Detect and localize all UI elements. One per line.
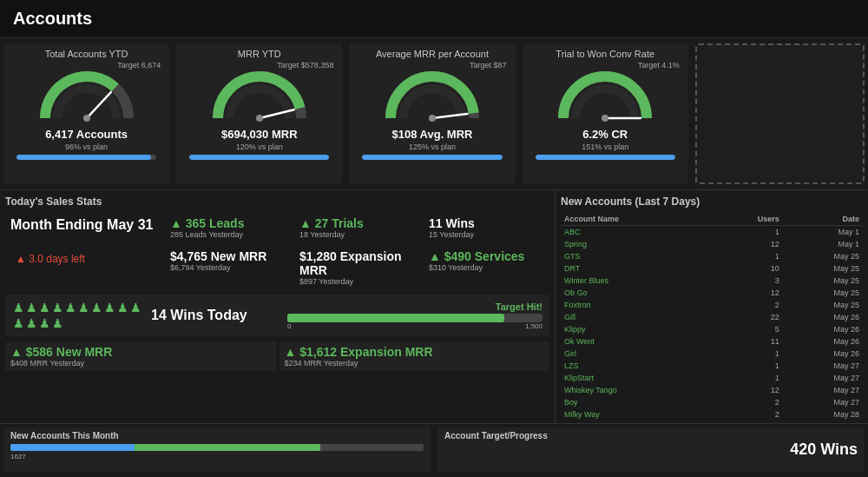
table-cell-date: May 25 <box>783 299 863 311</box>
table-cell-date: May 25 <box>783 287 863 299</box>
table-row: Ok Went11May 26 <box>561 335 863 348</box>
kpi-title-0: Total Accounts YTD <box>45 49 128 59</box>
table-row: ABC1May 1 <box>561 226 863 239</box>
kpi-title-3: Trial to Won Conv Rate <box>556 49 654 59</box>
person-icon: ♟ <box>117 301 128 315</box>
person-icon: ♟ <box>26 316 37 330</box>
target-bar-labels: 0 1,500 <box>287 322 542 330</box>
new-mrr-bottom-block: ▲ $586 New MRR $408 MRR Yesterday <box>5 341 276 371</box>
table-row: Foxtron2May 25 <box>561 299 863 311</box>
table-row: Whiskey Tango12May 27 <box>561 384 863 396</box>
accounts-table: Account NameUsersDateABC1May 1Spring12Ma… <box>561 213 863 423</box>
expansion-mrr-value: $1,280 Expansion MRR <box>299 249 415 277</box>
sales-stats-panel: Today's Sales Stats Month Ending May 31 … <box>0 190 556 423</box>
table-cell-name: Girl <box>561 348 713 360</box>
trials-block: ▲ 27 Trials 18 Yesterday <box>294 213 420 242</box>
main-content: Total Accounts YTD Target 6,674 0 6,417 … <box>0 38 868 475</box>
wins-total-value: 420 Wins <box>444 441 858 459</box>
kpi-gauge-svg-1: 0 <box>212 66 307 123</box>
bottom-bar-labels: 16 27 <box>10 453 424 460</box>
table-cell-name: Whiskey Tango <box>561 384 713 396</box>
target-hit-label: Target Hit! <box>287 301 542 312</box>
table-row: KlipStart1May 27 <box>561 372 863 384</box>
table-cell-date: May 25 <box>783 275 863 287</box>
table-row: GTS1May 25 <box>561 250 863 262</box>
kpi-bar-fill-3 <box>536 155 675 160</box>
table-cell-name: Ob Go <box>561 287 713 299</box>
page-title: Accounts <box>13 9 855 29</box>
table-cell-date: May 27 <box>783 396 863 408</box>
target-bar <box>287 314 542 322</box>
kpi-gauge-1: 0 <box>212 66 307 123</box>
table-row: Winter Blues3May 25 <box>561 275 863 287</box>
days-left-block: ▲ 3.0 days left <box>5 246 161 289</box>
kpi-value-2: $108 Avg. MRR <box>392 128 473 141</box>
accounts-table-header: Users <box>713 213 783 226</box>
expansion-mrr-block: $1,280 Expansion MRR $897 Yesterday <box>294 246 420 289</box>
table-row: LZS1May 27 <box>561 360 863 372</box>
new-accounts-title: New Accounts (Last 7 Days) <box>561 195 863 208</box>
table-cell-date: May 28 <box>783 408 863 421</box>
table-cell-name: Gill <box>561 311 713 323</box>
kpi-bar-container-3 <box>536 155 675 160</box>
kpi-bar-fill-0 <box>16 155 151 160</box>
target-bar-fill <box>287 314 504 322</box>
table-cell-users: 5 <box>713 323 783 335</box>
bottom-mrr-row: ▲ $586 New MRR $408 MRR Yesterday ▲ $1,6… <box>5 341 549 371</box>
kpi-title-2: Average MRR per Account <box>376 49 489 59</box>
table-cell-name: Spring <box>561 238 713 250</box>
kpi-card-0: Total Accounts YTD Target 6,674 0 6,417 … <box>3 43 169 184</box>
svg-line-0 <box>87 92 111 118</box>
kpi-bar-fill-1 <box>189 155 329 160</box>
svg-point-7 <box>429 115 436 122</box>
wins-sub: 15 Yesterday <box>429 230 544 239</box>
table-cell-users: 3 <box>713 275 783 287</box>
wins-value: 11 Wins <box>429 216 544 230</box>
kpi-vs-plan-1: 120% vs plan <box>236 142 283 151</box>
days-left-label: ▲ 3.0 days left <box>10 249 156 268</box>
kpi-value-3: 6.2% CR <box>582 128 628 141</box>
table-cell-name: Foxtron <box>561 299 713 311</box>
table-cell-name: Winter Blues <box>561 275 713 287</box>
table-row: Ob Go12May 25 <box>561 287 863 299</box>
person-icon: ♟ <box>39 301 50 315</box>
table-cell-date: May 26 <box>783 335 863 348</box>
table-cell-date: May 25 <box>783 262 863 275</box>
kpi-gauge-3: 0 <box>557 66 653 123</box>
table-cell-users: 1 <box>713 348 783 360</box>
person-icon: ♟ <box>26 301 37 315</box>
new-mrr-bottom-value: ▲ $586 New MRR <box>10 345 271 359</box>
target-bar-label-right: 1,500 <box>525 322 542 330</box>
svg-point-10 <box>602 115 608 122</box>
table-row: DRT10May 25 <box>561 262 863 275</box>
table-cell-name: KlipStart <box>561 372 713 384</box>
table-cell-name: Boy <box>561 396 713 408</box>
leads-block: ▲ 365 Leads 285 Leads Yesterday <box>165 213 291 242</box>
table-cell-users: 2 <box>713 396 783 408</box>
expansion-mrr-bottom-value: ▲ $1,612 Expansion MRR <box>285 345 545 359</box>
kpi-title-1: MRR YTD <box>238 49 281 59</box>
bottom-bar-label2: 27 <box>18 453 26 460</box>
kpi-value-1: $694,030 MRR <box>221 128 297 141</box>
table-cell-date: May 1 <box>783 238 863 250</box>
month-ending-block: Month Ending May 31 <box>5 213 161 242</box>
new-mrr-block: $4,765 New MRR $6,794 Yesterday <box>165 246 291 289</box>
kpi-bar-container-0 <box>16 155 156 160</box>
person-icon: ♟ <box>130 301 141 315</box>
kpi-card-1: MRR YTD Target $578,358 0 $694,030 MRR 1… <box>176 43 342 184</box>
accounts-table-header: Date <box>783 213 863 226</box>
expansion-mrr-sub: $897 Yesterday <box>299 277 415 286</box>
person-icon: ♟ <box>13 301 24 315</box>
expansion-mrr-bottom-block: ▲ $1,612 Expansion MRR $234 MRR Yesterda… <box>279 341 550 371</box>
kpi-bar-container-2 <box>362 155 502 160</box>
new-mrr-value: $4,765 New MRR <box>170 249 286 263</box>
target-section: Target Hit! 0 1,500 <box>287 301 542 330</box>
person-icon: ♟ <box>52 316 63 330</box>
kpi-card-4 <box>695 43 865 184</box>
bottom-bar-segment1 <box>10 444 135 451</box>
table-cell-users: 11 <box>713 335 783 348</box>
trials-sub: 18 Yesterday <box>299 230 415 239</box>
new-mrr-bottom-sub: $408 MRR Yesterday <box>10 359 271 368</box>
target-bar-label-left: 0 <box>287 322 291 330</box>
person-icon: ♟ <box>52 301 63 315</box>
